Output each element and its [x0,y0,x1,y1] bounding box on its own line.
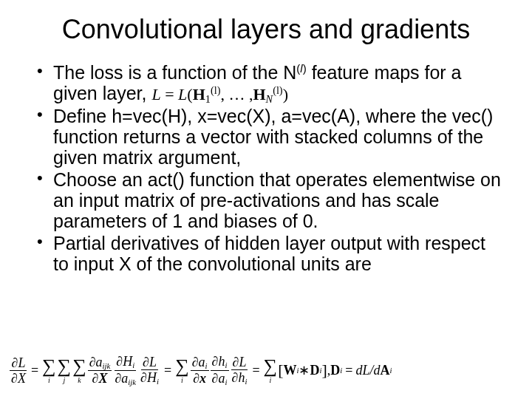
bullet-1-text-a: The loss is a function of the N [53,62,296,83]
A-sub: i [389,366,392,375]
eq-Lfn: L [178,85,187,103]
eq-supl1: (l) [211,84,221,96]
inline-equation: L = L(H1(l), … ,HN(l)) [151,85,288,103]
sub-i-4: i [225,361,228,369]
sum-i-2: ∑i [175,357,189,384]
eq-equals: = [161,85,178,103]
num-dhi: ∂h [212,354,225,369]
den-dx: ∂x [193,371,206,386]
bullet-list: The loss is a function of the N(l) featu… [30,62,502,275]
eq-dots: , … , [220,85,253,103]
eq-suplN: (l) [273,84,283,96]
frac-dhi-dai: ∂hi ∂ai [211,355,229,386]
eq-L: L [151,85,160,103]
eq-sub1: 1 [205,92,211,104]
den-dHi: ∂H [140,370,157,385]
eq-2: = [164,363,171,378]
num-daijk: ∂a [89,355,103,369]
eq-4: = [345,363,352,378]
den-dhi: ∂h [232,370,245,385]
sub-ijk-1: ijk [103,361,111,369]
conv-star: ∗ [299,362,310,378]
num-dL-3: ∂L [233,355,247,369]
sum-j: ∑j [58,357,72,384]
sum-i-3: ∑i [264,357,278,384]
den-dX: ∂X [11,371,26,386]
frac-dL-dX: ∂L ∂X [10,356,27,385]
D2-sub: i [340,366,342,375]
sub-i-5: i [225,377,228,386]
eq-open: ( [187,85,192,103]
eq-subN: N [266,92,273,104]
num-dL: ∂L [11,355,25,370]
slide: Convolutional layers and gradients The l… [0,0,532,399]
slide-title: Convolutional layers and gradients [30,15,502,44]
frac-dai-dx: ∂ai ∂x [191,355,209,385]
eq-HN: H [253,85,265,103]
bullet-2: Define h=vec(H), x=vec(X), a=vec(A), whe… [37,106,502,168]
sub-i-1: i [132,361,134,369]
sub-i-3: i [205,361,208,369]
bullet-4: Partial derivatives of hidden layer outp… [37,233,502,274]
eq-H1: H [193,85,205,103]
dLd: dL/d [355,363,380,378]
D2: D [330,363,340,378]
sub-ijk-2: ijk [128,377,136,386]
frac-dHi-daijk: ∂Hi ∂aijk [113,355,137,386]
den-dX-2: ∂X [92,371,108,386]
sum-k: ∑k [72,357,86,384]
eq-close: ) [283,85,288,103]
eq-1: = [31,363,38,378]
bullet-3: Choose an act() function that operates e… [37,169,502,231]
den-daijk: ∂a [115,371,128,386]
bracket-open: [ [278,361,283,380]
frac-dL-dhi: ∂L ∂hi [231,355,249,385]
num-dHi: ∂H [116,354,132,369]
bracket-close: ] [321,361,327,380]
sub-i-6: i [245,376,247,385]
bottom-equation: ∂L ∂X = ∑i ∑j ∑k ∂aijk ∂X ∂Hi ∂aijk ∂L ∂… [9,355,523,386]
frac-daijk-dX: ∂aijk ∂X [88,355,112,385]
D: D [310,363,319,378]
eq-3: = [252,363,259,378]
W: W [283,363,296,378]
A: A [380,363,389,378]
den-dai: ∂a [212,371,225,386]
sub-i-2: i [157,376,159,385]
sum-i-1: ∑i [42,357,56,384]
num-dai: ∂a [192,355,205,369]
frac-dL-dHi: ∂L ∂Hi [139,355,160,385]
num-dL-2: ∂L [143,355,157,369]
bullet-1: The loss is a function of the N(l) featu… [37,62,502,105]
